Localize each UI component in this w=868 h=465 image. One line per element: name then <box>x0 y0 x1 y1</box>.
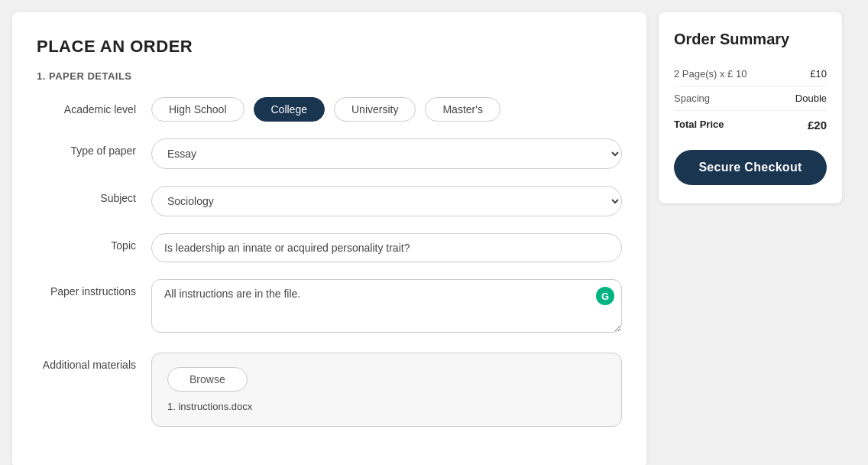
order-form-panel: PLACE AN ORDER 1. PAPER DETAILS Academic… <box>12 12 646 465</box>
pages-label: 2 Page(s) x £ 10 <box>674 68 747 80</box>
type-of-paper-label: Type of paper <box>37 138 136 157</box>
level-btn-university[interactable]: University <box>334 97 416 122</box>
type-of-paper-select[interactable]: Essay Research Paper Term Paper Thesis D… <box>151 138 622 169</box>
subject-field: Sociology Biology History Literature Mat… <box>151 186 622 216</box>
topic-input[interactable] <box>151 233 622 262</box>
paper-instructions-field: All instructions are in the file. G <box>151 279 622 336</box>
level-buttons-group: High School College University Master's <box>151 97 622 122</box>
additional-materials-field: Browse 1. instructions.docx <box>151 353 622 427</box>
page-title: PLACE AN ORDER <box>37 37 622 57</box>
topic-row: Topic <box>37 233 622 262</box>
file-item: 1. instructions.docx <box>167 401 252 412</box>
subject-label: Subject <box>37 186 136 204</box>
instructions-wrapper: All instructions are in the file. G <box>151 279 622 336</box>
subject-select[interactable]: Sociology Biology History Literature Mat… <box>151 186 622 216</box>
topic-label: Topic <box>37 233 136 252</box>
spacing-label: Spacing <box>674 93 710 104</box>
order-summary-panel: Order Summary 2 Page(s) x £ 10 £10 Spaci… <box>659 12 842 203</box>
academic-level-row: Academic level High School College Unive… <box>37 97 622 122</box>
checkout-button[interactable]: Secure Checkout <box>674 150 827 185</box>
paper-instructions-textarea[interactable]: All instructions are in the file. <box>151 279 622 333</box>
academic-level-field: High School College University Master's <box>151 97 622 122</box>
paper-instructions-row: Paper instructions All instructions are … <box>37 279 622 336</box>
additional-materials-label: Additional materials <box>37 353 136 371</box>
additional-materials-row: Additional materials Browse 1. instructi… <box>37 353 622 427</box>
paper-instructions-label: Paper instructions <box>37 279 136 298</box>
spacing-row: Spacing Double <box>674 86 827 111</box>
total-label: Total Price <box>674 119 724 132</box>
materials-box: Browse 1. instructions.docx <box>151 353 622 427</box>
browse-button[interactable]: Browse <box>167 367 248 392</box>
pages-row: 2 Page(s) x £ 10 £10 <box>674 62 827 86</box>
type-of-paper-row: Type of paper Essay Research Paper Term … <box>37 138 622 169</box>
total-amount: £20 <box>808 119 827 132</box>
grammarly-icon: G <box>596 287 614 305</box>
topic-field <box>151 233 622 262</box>
section-title: 1. PAPER DETAILS <box>37 70 622 82</box>
type-of-paper-field: Essay Research Paper Term Paper Thesis D… <box>151 138 622 169</box>
level-btn-highschool[interactable]: High School <box>151 97 245 122</box>
academic-level-label: Academic level <box>37 97 136 115</box>
spacing-value: Double <box>795 93 827 104</box>
total-row: Total Price £20 <box>674 111 827 138</box>
file-list: 1. instructions.docx <box>167 401 606 412</box>
summary-title: Order Summary <box>674 31 827 48</box>
level-btn-college[interactable]: College <box>254 97 325 122</box>
pages-amount: £10 <box>810 68 827 80</box>
level-btn-masters[interactable]: Master's <box>425 97 500 122</box>
subject-row: Subject Sociology Biology History Litera… <box>37 186 622 216</box>
